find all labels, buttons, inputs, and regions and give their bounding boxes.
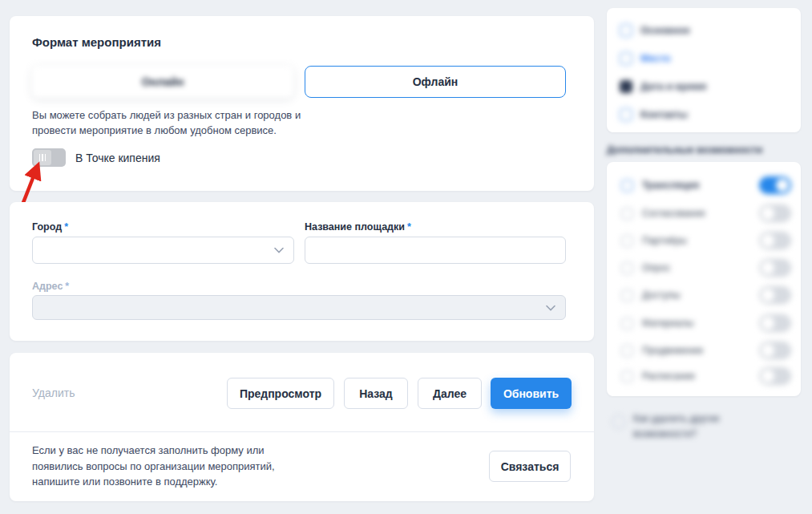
chevron-down-icon: [274, 247, 284, 253]
sidebar-step-datetime[interactable]: Дата и время: [620, 79, 793, 95]
extra-row-survey: Опрос: [621, 259, 791, 277]
materials-toggle[interactable]: [759, 314, 791, 332]
extra-row-materials: Материалы: [621, 314, 791, 332]
toggle-knob-icon: [34, 150, 51, 165]
contact-button[interactable]: Связаться: [489, 451, 571, 482]
city-field-label: Город*: [32, 221, 68, 233]
format-online-label: Онлайн: [141, 75, 184, 88]
promotion-toggle[interactable]: [759, 342, 791, 359]
next-button[interactable]: Далее: [418, 378, 482, 409]
required-mark: *: [64, 221, 68, 233]
address-select-disabled: [32, 295, 566, 320]
step-datetime-icon: [620, 80, 632, 93]
extra-row-partners: Партнёры: [621, 232, 791, 249]
approval-icon: [621, 208, 633, 220]
broadcast-toggle[interactable]: [759, 176, 791, 194]
question-circle-icon: [612, 415, 626, 429]
address-field-label: Адрес*: [32, 281, 69, 292]
location-card: Город* Название площадки* Адрес*: [10, 202, 594, 341]
sidebar-step-main[interactable]: Основное: [620, 22, 793, 38]
extra-row-broadcast: Трансляция: [621, 176, 791, 194]
materials-icon: [621, 318, 633, 330]
format-card: Формат мероприятия Онлайн Офлайн Вы може…: [10, 16, 594, 191]
preview-button[interactable]: Предпросмотр: [227, 378, 334, 409]
sidebar-step-contacts[interactable]: Контакты: [620, 107, 793, 123]
access-icon: [621, 289, 633, 302]
steps-card: Основное Место Дата и время Контакты: [607, 8, 801, 132]
step-contacts-icon: [620, 108, 632, 121]
survey-icon: [621, 262, 633, 274]
format-offline-label: Офлайн: [413, 75, 459, 88]
extras-section-title: Дополнительные возможности: [607, 144, 762, 156]
survey-toggle[interactable]: [759, 259, 791, 277]
step-place-icon: [620, 52, 632, 65]
actions-card: Удалить Предпросмотр Назад Далее Обновит…: [10, 353, 594, 501]
access-toggle[interactable]: [759, 286, 791, 304]
support-text: Если у вас не получается заполнить форму…: [32, 443, 314, 490]
format-description: Вы можете собрать людей из разных стран …: [32, 108, 330, 139]
promotion-icon: [621, 345, 633, 357]
required-mark: *: [407, 221, 411, 233]
broadcast-icon: [621, 180, 633, 192]
sidebar-step-place[interactable]: Место: [620, 51, 793, 67]
event-form-page: Формат мероприятия Онлайн Офлайн Вы може…: [0, 0, 812, 514]
partners-toggle[interactable]: [759, 232, 791, 249]
sidebar-help-text: Как удалить другие возможности?: [633, 411, 747, 441]
sidebar-help-link[interactable]: Как удалить другие возможности?: [607, 407, 767, 447]
step-main-icon: [620, 24, 632, 37]
chevron-down-icon: [546, 305, 555, 311]
extra-row-schedule: Расписание: [621, 367, 791, 385]
extras-card: Трансляция Согласование Партнёры Опрос Д…: [607, 162, 801, 396]
partners-icon: [621, 235, 633, 247]
footer-divider: [10, 431, 594, 432]
schedule-toggle[interactable]: [759, 367, 791, 385]
format-online-button[interactable]: Онлайн: [32, 66, 293, 98]
extra-row-promotion: Продвижение: [621, 342, 791, 359]
back-button[interactable]: Назад: [344, 378, 408, 409]
venue-field-label: Название площадки*: [305, 221, 411, 233]
format-section-title: Формат мероприятия: [32, 35, 161, 49]
extra-row-access: Доступы: [621, 286, 791, 304]
required-mark: *: [65, 281, 69, 292]
extra-row-approval: Согласование: [621, 204, 791, 222]
city-select[interactable]: [32, 237, 294, 264]
update-button[interactable]: Обновить: [491, 378, 572, 409]
format-offline-button[interactable]: Офлайн: [305, 66, 566, 98]
delete-link[interactable]: Удалить: [32, 387, 75, 399]
schedule-icon: [621, 370, 633, 382]
boiling-point-toggle-label: В Точке кипения: [75, 152, 160, 164]
venue-input[interactable]: [305, 237, 566, 264]
boiling-point-toggle[interactable]: [32, 148, 66, 167]
approval-toggle[interactable]: [759, 204, 791, 222]
